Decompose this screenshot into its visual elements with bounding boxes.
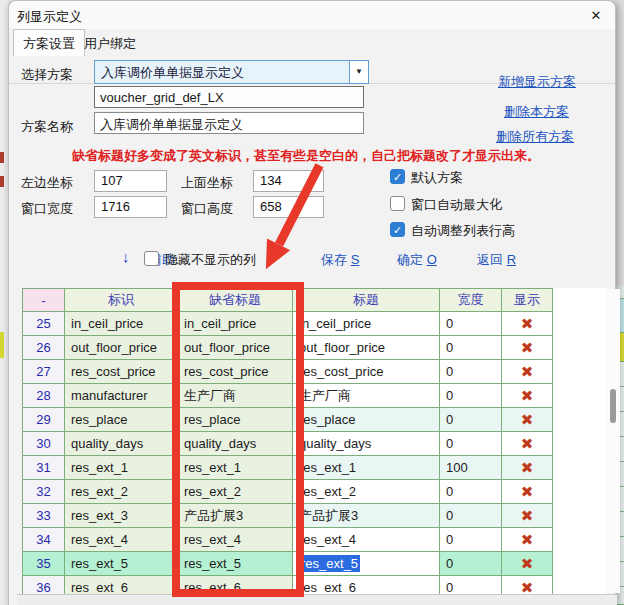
link-0[interactable]: 新增显示方案 [498, 73, 576, 91]
not-displayed-icon[interactable]: ✖ [521, 459, 534, 476]
cell-default-title[interactable]: res_ext_2 [178, 480, 293, 504]
cell-title[interactable]: res_ext_5 [293, 552, 440, 576]
cell-title[interactable]: res_ext_1 [293, 456, 440, 480]
cell-row-number[interactable]: 33 [23, 504, 65, 528]
cell-row-number[interactable]: 27 [23, 360, 65, 384]
cell-title[interactable]: res_ext_6 [293, 576, 440, 595]
cell-display[interactable]: ✖ [502, 312, 553, 336]
not-displayed-icon[interactable]: ✖ [521, 579, 534, 595]
column-header-3[interactable]: 标题 [293, 289, 440, 312]
not-displayed-icon[interactable]: ✖ [521, 387, 534, 404]
cell-display[interactable]: ✖ [502, 384, 553, 408]
cell-display[interactable]: ✖ [502, 456, 553, 480]
chevron-down-icon[interactable]: ▼ [349, 61, 368, 83]
selected-edit-text[interactable]: res_ext_5 [299, 555, 360, 572]
not-displayed-icon[interactable]: ✖ [521, 315, 534, 332]
cell-default-title[interactable]: 生产厂商 [178, 384, 293, 408]
cell-title[interactable]: out_floor_price [293, 336, 440, 360]
cell-identifier[interactable]: res_place [65, 408, 178, 432]
cell-default-title[interactable]: res_ext_4 [178, 528, 293, 552]
cell-default-title[interactable]: res_ext_5 [178, 552, 293, 576]
cell-title[interactable]: quality_days [293, 432, 440, 456]
cell-title[interactable]: 产品扩展3 [293, 504, 440, 528]
cell-width[interactable]: 0 [440, 528, 502, 552]
close-icon[interactable]: ✕ [587, 7, 605, 25]
column-header-1[interactable]: 标识 [65, 289, 178, 312]
not-displayed-icon[interactable]: ✖ [521, 339, 534, 356]
cell-row-number[interactable]: 35 [23, 552, 65, 576]
cell-identifier[interactable]: res_ext_1 [65, 456, 178, 480]
cell-identifier[interactable]: res_ext_2 [65, 480, 178, 504]
cell-width[interactable]: 0 [440, 432, 502, 456]
horizontal-scrollbar[interactable] [17, 594, 617, 605]
column-header-2[interactable]: 缺省标题 [178, 289, 293, 312]
scrollbar-thumb[interactable] [610, 389, 616, 423]
cell-identifier[interactable]: res_ext_4 [65, 528, 178, 552]
cell-title[interactable]: res_place [293, 408, 440, 432]
cell-title[interactable]: 生产厂商 [293, 384, 440, 408]
cell-row-number[interactable]: 32 [23, 480, 65, 504]
not-displayed-icon[interactable]: ✖ [521, 531, 534, 548]
column-header-0[interactable]: - [23, 289, 65, 312]
cell-display[interactable]: ✖ [502, 408, 553, 432]
cell-width[interactable]: 0 [440, 336, 502, 360]
cell-row-number[interactable]: 30 [23, 432, 65, 456]
not-displayed-icon[interactable]: ✖ [521, 555, 534, 572]
not-displayed-icon[interactable]: ✖ [521, 363, 534, 380]
window-height-input[interactable]: 658 [253, 196, 324, 218]
cell-default-title[interactable]: out_floor_price [178, 336, 293, 360]
back-button[interactable]: 返回 R [477, 251, 516, 269]
save-button[interactable]: 保存 S [321, 251, 359, 269]
cell-default-title[interactable]: res_ext_6 [178, 576, 293, 595]
scheme-code-field[interactable]: voucher_grid_def_LX [94, 86, 364, 108]
cell-display[interactable]: ✖ [502, 504, 553, 528]
left-coord-input[interactable]: 107 [94, 170, 167, 192]
cell-width[interactable]: 0 [440, 576, 502, 595]
cell-display[interactable]: ✖ [502, 336, 553, 360]
cell-row-number[interactable]: 28 [23, 384, 65, 408]
cell-row-number[interactable]: 26 [23, 336, 65, 360]
cell-row-number[interactable]: 25 [23, 312, 65, 336]
cell-width[interactable]: 0 [440, 552, 502, 576]
checkbox-unchecked-icon[interactable] [390, 196, 405, 211]
cell-width[interactable]: 0 [440, 504, 502, 528]
cell-display[interactable]: ✖ [502, 432, 553, 456]
checkbox-checked-icon[interactable]: ✓ [390, 169, 405, 184]
not-displayed-icon[interactable]: ✖ [521, 483, 534, 500]
vertical-scrollbar[interactable] [606, 289, 620, 593]
cell-row-number[interactable]: 29 [23, 408, 65, 432]
cell-default-title[interactable]: res_ext_1 [178, 456, 293, 480]
not-displayed-icon[interactable]: ✖ [521, 507, 534, 524]
cell-default-title[interactable]: 产品扩展3 [178, 504, 293, 528]
cell-row-number[interactable]: 34 [23, 528, 65, 552]
cell-title[interactable]: res_cost_price [293, 360, 440, 384]
tab-user-binding[interactable]: 用户绑定 [75, 31, 145, 56]
cell-display[interactable]: ✖ [502, 528, 553, 552]
scheme-select-dropdown[interactable]: 入库调价单单据显示定义 ▼ [94, 60, 369, 84]
cell-title[interactable]: in_ceil_price [293, 312, 440, 336]
cell-width[interactable]: 0 [440, 360, 502, 384]
cell-display[interactable]: ✖ [502, 360, 553, 384]
cell-width[interactable]: 0 [440, 312, 502, 336]
cell-width[interactable]: 0 [440, 480, 502, 504]
link-1[interactable]: 删除本方案 [504, 103, 569, 121]
cell-default-title[interactable]: res_place [178, 408, 293, 432]
cell-identifier[interactable]: out_floor_price [65, 336, 178, 360]
cell-width[interactable]: 100 [440, 456, 502, 480]
cell-width[interactable]: 0 [440, 384, 502, 408]
cell-title[interactable]: res_ext_4 [293, 528, 440, 552]
ok-button[interactable]: 确定 O [397, 251, 437, 269]
cell-identifier[interactable]: quality_days [65, 432, 178, 456]
not-displayed-icon[interactable]: ✖ [521, 435, 534, 452]
cell-identifier[interactable]: res_cost_price [65, 360, 178, 384]
cell-display[interactable]: ✖ [502, 480, 553, 504]
cell-row-number[interactable]: 36 [23, 576, 65, 595]
cell-identifier[interactable]: res_ext_6 [65, 576, 178, 595]
cell-title[interactable]: res_ext_2 [293, 480, 440, 504]
cell-display[interactable]: ✖ [502, 552, 553, 576]
cell-default-title[interactable]: in_ceil_price [178, 312, 293, 336]
cell-default-title[interactable]: res_cost_price [178, 360, 293, 384]
checkbox-checked-icon[interactable]: ✓ [390, 222, 405, 237]
column-header-4[interactable]: 宽度 [440, 289, 502, 312]
cell-identifier[interactable]: manufacturer [65, 384, 178, 408]
